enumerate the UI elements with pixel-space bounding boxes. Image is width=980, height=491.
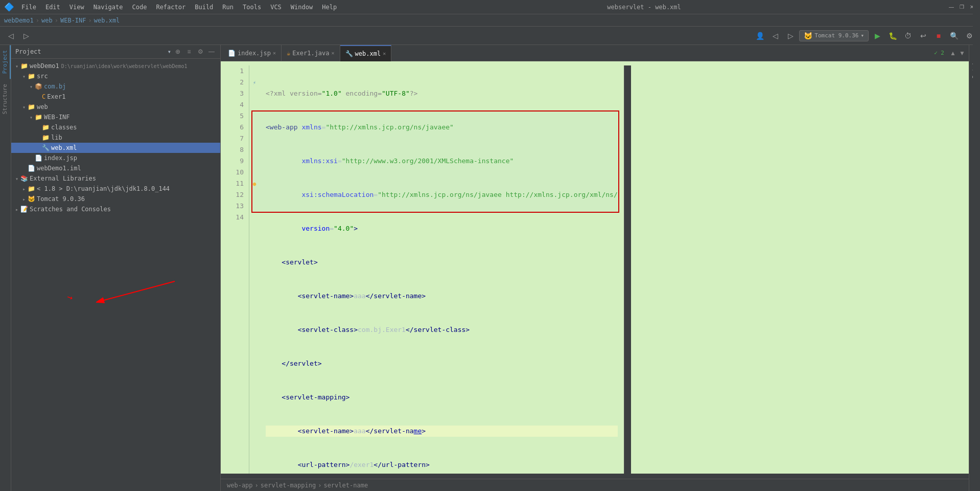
tree-label: Exer1 [47, 93, 65, 100]
toolbar: ◁ ▷ 👤 ◁ ▷ 🐱 Tomcat 9.0.36 ▾ ▶ 🐛 ⏱ ↩ ■ 🔍 … [0, 27, 980, 45]
tree-item-webinf[interactable]: ▾ 📁 WEB-INF [11, 112, 220, 122]
tab-label: index.jsp [238, 50, 271, 57]
tree-item-webxml[interactable]: ▸ 🔧 web.xml [11, 143, 220, 153]
tree-item-indexjsp[interactable]: ▸ 📄 index.jsp [11, 153, 220, 163]
editor-area: 📄 index.jsp ✕ ☕ Exer1.java ✕ 🔧 web.xml ✕… [221, 45, 969, 491]
toolbar-find-button[interactable]: 🔍 [947, 29, 961, 42]
editor-content[interactable]: 1 2 3 4 5 6 7 8 9 10 11 12 13 14 [221, 61, 969, 474]
breadcrumb-webxml[interactable]: web.xml [94, 17, 120, 24]
code-line-8: <servlet-class>com.bj.Exer1</servlet-cla… [266, 324, 618, 336]
line-numbers: 1 2 3 4 5 6 7 8 9 10 11 12 13 14 [221, 65, 249, 223]
tab-label: Exer1.java [292, 50, 329, 57]
code-line-9: </servlet> [266, 358, 618, 369]
tree-label: WEB-INF [44, 114, 70, 121]
menu-run[interactable]: Run [218, 3, 238, 12]
tab-webxml[interactable]: 🔧 web.xml ✕ [340, 45, 392, 61]
code-line-11: <servlet-name>aaa</servlet-name> [266, 426, 618, 437]
toolbar-search-button[interactable]: ◁ [768, 29, 782, 42]
run-config-profile-button[interactable]: ⏱ [901, 29, 915, 42]
tree-label: External Libraries [30, 175, 96, 182]
tree-item-lib[interactable]: ▸ 📁 lib [11, 132, 220, 143]
menu-code[interactable]: Code [128, 3, 151, 12]
tomcat-label: Tomcat 9.0.36 [814, 32, 858, 39]
code-line-3: xmlns:xsi="http://www.w3.org/2001/XMLSch… [266, 155, 618, 167]
editor-scroll-down[interactable]: ▼ [958, 49, 967, 58]
menu-view[interactable]: View [65, 3, 88, 12]
menu-help[interactable]: Help [318, 3, 341, 12]
panel-filter-button[interactable]: ⚙ [196, 47, 205, 56]
menu-build[interactable]: Build [191, 3, 217, 12]
tab-label: web.xml [355, 50, 381, 57]
editor-gutter-icons: ⚡ ● [249, 65, 260, 474]
tree-label: web.xml [51, 144, 77, 151]
footer-bc-servletmapping: servlet-mapping [261, 482, 316, 489]
panel-close-button[interactable]: — [207, 47, 216, 56]
menu-vcs[interactable]: VCS [266, 3, 286, 12]
code-content[interactable]: <?xml version="1.0" encoding="UTF-8"?> <… [260, 65, 624, 474]
tab-structure[interactable]: Structure [0, 79, 11, 120]
toolbar-user-button[interactable]: 👤 [753, 29, 766, 42]
panel-expand-button[interactable]: ≡ [184, 47, 194, 56]
run-config-build-button[interactable]: ▶ [871, 29, 884, 42]
breadcrumb-webinf[interactable]: WEB-INF [60, 17, 86, 24]
editor-horizontal-scrollbar[interactable] [221, 474, 969, 479]
project-panel: Project ▾ ⊕ ≡ ⚙ — ▾ 📁 webDemo1 D:\ruanji… [11, 45, 221, 491]
footer-bc-servletname: servlet-name [323, 482, 368, 489]
window-controls: — ❐ ✕ [947, 3, 976, 11]
code-line-2: <web-app xmlns="http://xmlns.jcp.org/ns/… [266, 122, 618, 133]
tab-close-exer1[interactable]: ✕ [332, 50, 335, 56]
toolbar-forward-button[interactable]: ▷ [19, 29, 33, 42]
expand-arrow: ▾ [13, 63, 20, 69]
toolbar-revert-button[interactable]: ↩ [917, 29, 930, 42]
window-title: webservlet - web.xml [342, 4, 946, 11]
tab-close-webxml[interactable]: ✕ [383, 51, 386, 56]
menu-refactor[interactable]: Refactor [152, 3, 190, 12]
tree-label: Tomcat 9.0.36 [37, 195, 85, 203]
line-number-gutter: 1 2 3 4 5 6 7 8 9 10 11 12 13 14 [221, 65, 249, 474]
run-config-debug-button[interactable]: 🐛 [886, 29, 899, 42]
toolbar-stop-button[interactable]: ■ [932, 29, 945, 42]
menu-navigate[interactable]: Navigate [89, 3, 127, 12]
editor-scroll-up[interactable]: ▲ [948, 49, 958, 58]
tree-item-webdemo1[interactable]: ▾ 📁 webDemo1 D:\ruanjian\idea\work\webse… [11, 61, 220, 71]
tab-close-indexjsp[interactable]: ✕ [273, 50, 276, 56]
tree-item-exer1[interactable]: ▸ C Exer1 [11, 92, 220, 102]
menu-edit[interactable]: Edit [41, 3, 64, 12]
editor-scrollbar[interactable] [624, 65, 631, 474]
maximize-button[interactable]: ❐ [958, 3, 966, 11]
menu-file[interactable]: File [17, 3, 40, 12]
tab-project[interactable]: Project [0, 45, 11, 79]
minimize-button[interactable]: — [947, 3, 955, 11]
tree-label: webDemo1.iml [37, 165, 81, 172]
toolbar-forward2-button[interactable]: ▷ [784, 29, 797, 42]
app-logo: 🔷 [4, 2, 14, 12]
gutter-icon-line11: ● [249, 178, 260, 189]
menu-tools[interactable]: Tools [239, 3, 265, 12]
tree-label: classes [51, 124, 77, 131]
tree-item-tomcat-lib[interactable]: ▸ 🐱 Tomcat 9.0.36 [11, 194, 220, 204]
tree-label: src [37, 73, 48, 80]
tree-item-web[interactable]: ▾ 📁 web [11, 102, 220, 112]
code-line-12: <url-pattern>/exer1</url-pattern> [266, 459, 618, 471]
tomcat-run-config[interactable]: 🐱 Tomcat 9.0.36 ▾ [799, 30, 869, 41]
breadcrumb-root[interactable]: webDemo1 [4, 17, 34, 24]
tree-item-classes[interactable]: ▸ 📁 classes [11, 122, 220, 132]
project-panel-title: Project [15, 48, 166, 55]
code-line-6: <servlet> [266, 257, 618, 268]
tree-item-iml[interactable]: ▸ 📄 webDemo1.iml [11, 163, 220, 173]
tab-exer1java[interactable]: ☕ Exer1.java ✕ [282, 45, 340, 61]
tab-indexjsp[interactable]: 📄 index.jsp ✕ [223, 45, 282, 61]
toolbar-back-button[interactable]: ◁ [4, 29, 17, 42]
tree-item-src[interactable]: ▾ 📁 src [11, 71, 220, 81]
tree-label: com.bj [44, 83, 66, 90]
tree-item-jdk[interactable]: ▸ 📁 < 1.8 > D:\ruanjian\jdk\jdk1.8.0_144 [11, 184, 220, 194]
left-sidebar-tabs: Project Structure [0, 45, 11, 491]
tree-item-combj[interactable]: ▾ 📦 com.bj [11, 81, 220, 92]
tree-item-extlibs[interactable]: ▾ 📚 External Libraries [11, 173, 220, 184]
panel-collapse-button[interactable]: ⊕ [173, 47, 182, 56]
code-line-4: xsi:schemaLocation="http://xmlns.jcp.org… [266, 189, 618, 200]
breadcrumb-web[interactable]: web [41, 17, 53, 24]
tree-item-scratches[interactable]: ▸ 📝 Scratches and Consoles [11, 204, 220, 214]
menu-window[interactable]: Window [287, 3, 317, 12]
project-panel-header: Project ▾ ⊕ ≡ ⚙ — [11, 45, 220, 59]
